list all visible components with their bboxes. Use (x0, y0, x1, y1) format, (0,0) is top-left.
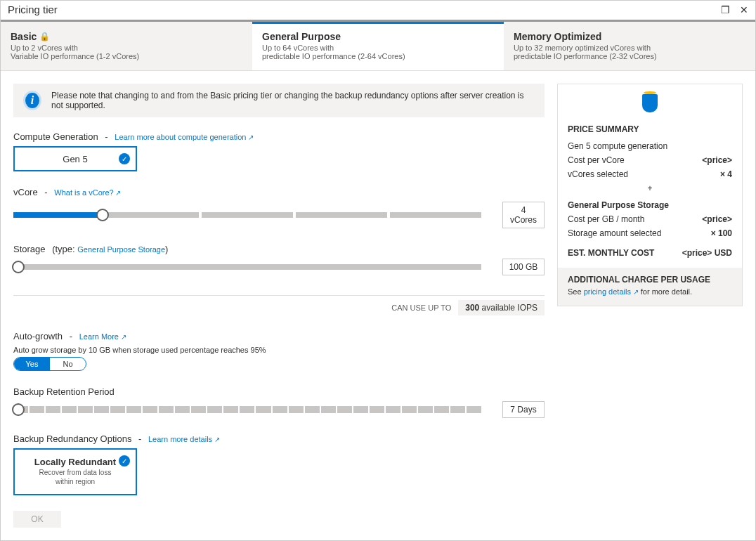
storage-value: 100 GB (502, 259, 545, 275)
iops-value: 300 available IOPS (458, 300, 545, 315)
cost-per-gb-label: Cost per GB / month (568, 214, 644, 224)
vcores-selected-value: × 4 (720, 169, 732, 179)
tab-memory-optimized[interactable]: Memory Optimized Up to 32 memory optimiz… (504, 22, 755, 70)
locally-redundant-card[interactable]: Locally Redundant Recover from data loss… (13, 448, 137, 495)
autogrow-link[interactable]: Learn More (79, 332, 126, 341)
storage-type: General Purpose Storage (77, 245, 165, 254)
iops-row: CAN USE UP TO 300 available IOPS (13, 295, 545, 315)
backup-retention-label: Backup Retention Period (13, 386, 545, 397)
backup-retention-section: Backup Retention Period 7 Days (13, 386, 545, 418)
storage-section: Storage (type: General Purpose Storage) … (13, 244, 545, 315)
tab-gp-title: General Purpose (262, 31, 494, 42)
additional-charge-prefix: See (568, 287, 584, 296)
check-icon: ✓ (119, 455, 130, 467)
vcore-value: 4 vCores (502, 202, 545, 228)
iops-label: CAN USE UP TO (391, 304, 451, 312)
plus-icon: + (568, 183, 732, 193)
tab-basic-sub1: Up to 2 vCores with (11, 44, 242, 52)
pricing-tier-window: Pricing tier ❐ ✕ Basic🔒 Up to 2 vCores w… (0, 0, 756, 541)
check-icon: ✓ (119, 153, 130, 164)
additional-charge-title: ADDITIONAL CHARGE PER USAGE (568, 275, 732, 285)
gen5-card[interactable]: Gen 5 ✓ (13, 146, 137, 171)
tab-basic-title: Basic (11, 31, 37, 42)
gen5-label: Gen 5 (63, 154, 87, 164)
vcore-slider[interactable] (13, 212, 481, 218)
vcore-label: vCore (13, 187, 38, 197)
price-summary-title: PRICE SUMMARY (568, 124, 732, 134)
redundancy-card-title: Locally Redundant (20, 457, 130, 467)
price-logo-area (558, 84, 742, 124)
info-icon: i (23, 91, 41, 110)
cost-per-gb-value: <price> (702, 214, 732, 224)
config-column: i Please note that changing to and from … (13, 84, 545, 528)
lock-icon: 🔒 (39, 32, 50, 41)
compute-generation-link[interactable]: Learn more about compute generation (115, 133, 254, 141)
tab-mo-sub1: Up to 32 memory optimized vCores with (514, 44, 745, 52)
vcore-link[interactable]: What is a vCore? (54, 188, 121, 197)
database-icon (642, 94, 658, 112)
tab-general-purpose[interactable]: General Purpose Up to 64 vCores with pre… (252, 22, 504, 70)
storage-selected-label: Storage amount selected (568, 228, 661, 238)
redundancy-label: Backup Redundancy Options (13, 434, 131, 444)
autogrow-section: Auto-growth - Learn More Auto grow stora… (13, 331, 545, 371)
storage-slider[interactable] (13, 264, 481, 270)
cost-per-vcore-value: <price> (702, 155, 732, 165)
close-icon[interactable]: ✕ (740, 4, 748, 15)
redundancy-card-sub2: within region (20, 478, 130, 485)
est-cost-value: <price> USD (682, 248, 732, 258)
titlebar: Pricing tier ❐ ✕ (1, 1, 755, 22)
price-gen-line: Gen 5 compute generation (568, 141, 667, 151)
tab-mo-title: Memory Optimized (514, 31, 745, 42)
compute-generation-label: Compute Generation (13, 131, 98, 142)
backup-retention-value: 7 Days (502, 401, 545, 418)
compute-generation-section: Compute Generation - Learn more about co… (13, 131, 545, 171)
storage-type-suffix: ) (165, 244, 168, 254)
pricing-details-link[interactable]: pricing details (584, 287, 639, 296)
toggle-no: No (50, 358, 86, 370)
price-summary-panel: PRICE SUMMARY Gen 5 compute generation C… (557, 84, 743, 528)
redundancy-card-sub1: Recover from data loss (20, 469, 130, 476)
storage-label: Storage (13, 244, 46, 254)
additional-charge-suffix: for more detail. (639, 287, 692, 296)
est-cost-label: EST. MONTHLY COST (568, 248, 654, 258)
autogrow-label: Auto-growth (13, 331, 63, 341)
info-banner-text: Please note that changing to and from th… (51, 91, 535, 110)
tab-gp-sub1: Up to 64 vCores with (262, 44, 494, 52)
vcore-section: vCore - What is a vCore? 4 vCores (13, 187, 545, 228)
page-title: Pricing tier (8, 4, 58, 15)
tab-gp-sub2: predictable IO performance (2-64 vCores) (262, 52, 494, 60)
tab-basic-sub2: Variable IO performance (1-2 vCores) (11, 52, 242, 60)
tier-tabs: Basic🔒 Up to 2 vCores with Variable IO p… (1, 22, 755, 71)
window-controls: ❐ ✕ (721, 4, 748, 15)
backup-retention-slider[interactable] (13, 406, 481, 413)
storage-selected-value: × 100 (711, 228, 732, 238)
redundancy-section: Backup Redundancy Options - Learn more d… (13, 434, 545, 495)
vcores-selected-label: vCores selected (568, 169, 628, 179)
price-storage-title: General Purpose Storage (568, 200, 732, 210)
tab-mo-sub2: predictable IO performance (2-32 vCores) (514, 52, 745, 60)
info-banner: i Please note that changing to and from … (13, 84, 545, 117)
additional-charge-box: ADDITIONAL CHARGE PER USAGE See pricing … (558, 268, 742, 306)
redundancy-link[interactable]: Learn more details (148, 435, 220, 443)
restore-icon[interactable]: ❐ (721, 4, 730, 15)
main-area: i Please note that changing to and from … (1, 71, 755, 540)
autogrow-toggle[interactable]: Yes No (13, 357, 86, 371)
tab-basic[interactable]: Basic🔒 Up to 2 vCores with Variable IO p… (1, 22, 252, 70)
storage-type-prefix: (type: (52, 244, 75, 254)
cost-per-vcore-label: Cost per vCore (568, 155, 625, 165)
toggle-yes: Yes (14, 358, 50, 370)
ok-button[interactable]: OK (13, 511, 61, 528)
autogrow-desc: Auto grow storage by 10 GB when storage … (13, 346, 545, 354)
